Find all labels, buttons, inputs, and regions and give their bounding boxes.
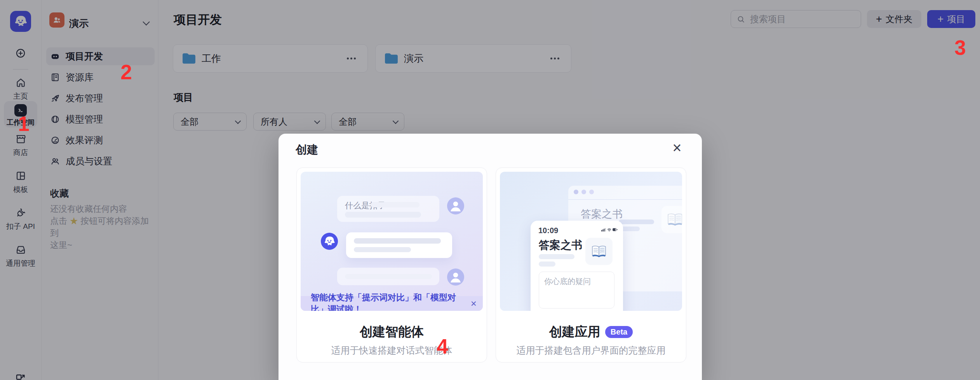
chat-bot-bubble	[346, 232, 452, 258]
phone-input-placeholder: 你心底的疑问	[544, 276, 591, 287]
open-book-icon	[591, 245, 607, 258]
create-app-card[interactable]: 答案之书 10:09	[496, 167, 686, 363]
annotation-4: 4	[437, 335, 448, 358]
window-dots-icon	[574, 190, 594, 194]
bot-avatar-icon	[321, 233, 338, 250]
agent-card-description: 适用于快速搭建对话式智能体	[297, 344, 487, 357]
beta-badge: Beta	[605, 326, 633, 338]
chat-user-bubble	[337, 268, 439, 285]
annotation-2: 2	[120, 60, 132, 84]
user-avatar-icon	[447, 268, 464, 286]
agent-feature-banner: 智能体支持「提示词对比」和「模型对比」调试啦！ ×	[301, 296, 483, 311]
phone-input-mock: 你心底的疑问	[539, 272, 614, 309]
chat-user-bubble: 什么是扣子	[337, 196, 439, 222]
app-card-description: 适用于搭建包含用户界面的完整应用	[496, 344, 686, 357]
banner-close-icon[interactable]: ×	[471, 298, 477, 309]
close-icon[interactable]: ×	[668, 139, 686, 156]
app-window: 主页 工作空间 商店 模板 扣子 API	[0, 0, 980, 380]
annotation-1: 1	[18, 112, 29, 136]
browser-app-title: 答案之书	[581, 207, 623, 221]
modal-title: 创建	[296, 142, 318, 158]
create-modal: 创建 × 什么是扣子	[279, 134, 702, 380]
phone-status-icons	[601, 227, 618, 234]
agent-card-title: 创建智能体	[360, 323, 424, 341]
user-avatar-icon	[447, 197, 464, 214]
phone-mockup: 10:09	[531, 221, 623, 311]
banner-text: 智能体支持「提示词对比」和「模型对比」调试啦！	[311, 292, 471, 311]
phone-time: 10:09	[538, 226, 558, 235]
annotation-3: 3	[954, 36, 966, 59]
phone-app-title: 答案之书	[539, 238, 582, 253]
phone-app-tile	[585, 238, 613, 265]
app-illustration: 答案之书 10:09	[500, 172, 682, 311]
browser-app-tile	[661, 206, 682, 233]
agent-illustration: 什么是扣子	[301, 172, 483, 311]
app-card-title: 创建应用	[549, 323, 601, 341]
open-book-icon	[667, 213, 682, 227]
create-agent-card[interactable]: 什么是扣子	[296, 167, 487, 363]
